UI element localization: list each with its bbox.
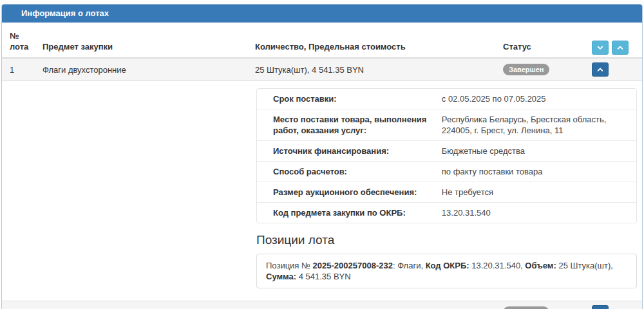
detail-label: Способ расчетов:	[257, 162, 435, 182]
lot-1-details: Срок поставки: с 02.05.2025 по 07.05.202…	[2, 81, 642, 301]
lots-panel: Информация о лотах № лота Предмет закупк…	[1, 4, 643, 309]
detail-row-okrb-code: Код предмета закупки по ОКРБ: 13.20.31.5…	[257, 203, 636, 223]
lot-subject: Флаги двухсторонние	[37, 59, 250, 80]
panel-title: Информация о лотах	[2, 5, 642, 23]
detail-value: Бюджетные средства	[435, 141, 636, 161]
lot-details-table: Срок поставки: с 02.05.2025 по 07.05.202…	[256, 88, 637, 223]
status-badge: Завершен	[503, 64, 549, 75]
expand-all-button[interactable]	[612, 41, 629, 55]
lots-table: № лота Предмет закупки Количество, Преде…	[2, 23, 642, 309]
header-status: Статус	[498, 36, 587, 57]
position-volume-label: Объем:	[525, 261, 556, 270]
lot-row-1: 1 Флаги двухсторонние 25 Штука(шт), 4 54…	[2, 59, 642, 81]
detail-row-delivery-place: Место поставки товара, выполнения работ,…	[257, 109, 636, 141]
detail-label: Место поставки товара, выполнения работ,…	[257, 109, 435, 140]
position-prefix: Позиция №	[266, 261, 313, 270]
detail-label: Размер аукционного обеспечения:	[257, 182, 435, 202]
header-subject: Предмет закупки	[37, 36, 250, 57]
lot-number: 1	[2, 59, 37, 80]
lot-subject: Флаги уличные	[37, 302, 250, 309]
position-subject: : Флаги,	[393, 261, 426, 270]
header-actions	[587, 38, 642, 57]
lot-2-expand-button[interactable]	[592, 305, 609, 309]
detail-label: Код предмета закупки по ОКРБ:	[257, 203, 435, 223]
detail-row-funding-source: Источник финансирования: Бюджетные средс…	[257, 141, 636, 162]
chevron-down-icon	[596, 44, 604, 52]
detail-label: Срок поставки:	[257, 89, 435, 109]
lot-position-item: Позиция № 2025-200257008-232: Флаги, Код…	[256, 254, 637, 288]
detail-label: Источник финансирования:	[257, 141, 435, 161]
status-badge: Завершен	[503, 306, 549, 309]
detail-row-payment-method: Способ расчетов: по факту поставки товар…	[257, 162, 636, 182]
lot-row-2: 2 Флаги уличные 25 Штука(шт), 1 792.60 B…	[2, 301, 642, 309]
detail-value: по факту поставки товара	[435, 162, 636, 182]
detail-value: Республика Беларусь, Брестская область, …	[435, 109, 636, 140]
collapse-all-button[interactable]	[592, 41, 609, 55]
lot-status: Завершен	[498, 301, 587, 309]
lot-1-collapse-button[interactable]	[592, 62, 609, 77]
table-header-row: № лота Предмет закупки Количество, Преде…	[2, 23, 642, 59]
header-lot-number: № лота	[2, 25, 37, 57]
detail-value: с 02.05.2025 по 07.05.2025	[435, 89, 636, 109]
position-okrb-label: Код ОКРБ:	[426, 261, 469, 270]
lot-quantity: 25 Штука(шт), 1 792.60 BYN	[250, 302, 498, 309]
lot-actions	[587, 60, 642, 79]
lot-actions	[587, 303, 642, 309]
chevron-up-icon	[596, 66, 604, 73]
position-okrb-value: 13.20.31.540,	[469, 261, 526, 270]
lot-number: 2	[2, 302, 37, 309]
position-sum-value: 4 541.35 BYN	[296, 272, 351, 281]
position-number: 2025-200257008-232	[313, 261, 393, 270]
position-volume-value: 25 Штука(шт),	[556, 261, 613, 270]
detail-row-auction-security: Размер аукционного обеспечения: Не требу…	[257, 182, 636, 203]
detail-value: Не требуется	[435, 182, 636, 202]
lot-quantity: 25 Штука(шт), 4 541.35 BYN	[250, 59, 498, 80]
detail-value: 13.20.31.540	[435, 203, 636, 223]
detail-row-delivery-period: Срок поставки: с 02.05.2025 по 07.05.202…	[257, 89, 636, 109]
chevron-up-icon	[616, 44, 624, 52]
position-sum-label: Сумма:	[266, 272, 296, 281]
lot-positions-title: Позиции лота	[256, 233, 637, 247]
lot-status: Завершен	[498, 59, 587, 80]
header-quantity: Количество, Предельная стоимость	[250, 36, 498, 57]
